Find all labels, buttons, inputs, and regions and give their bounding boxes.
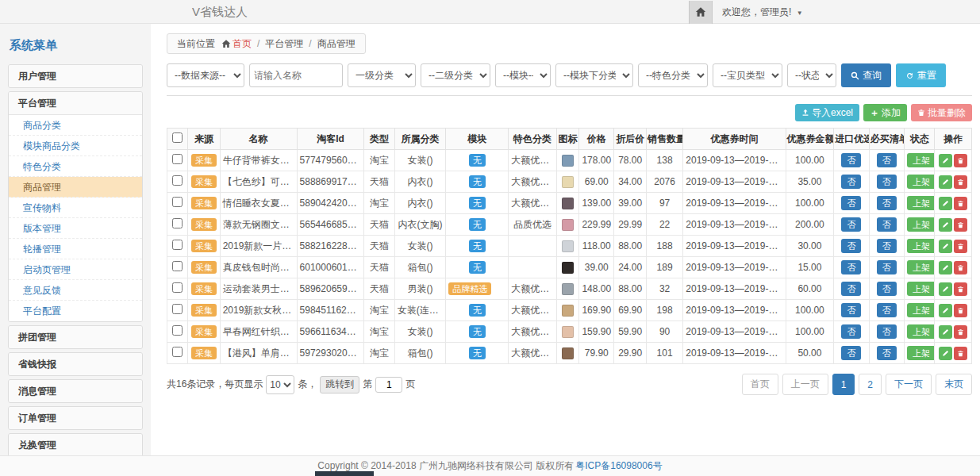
status-toggle[interactable]: 上架	[907, 282, 935, 296]
edit-button[interactable]	[939, 304, 952, 317]
next-page-button[interactable]: 下一页	[886, 374, 932, 395]
add-button[interactable]: ＋ 添加	[863, 104, 907, 121]
import-select-toggle[interactable]: 否	[841, 239, 861, 253]
sidebar-subitem[interactable]: 意见反馈	[9, 280, 142, 301]
select-all-checkbox[interactable]	[172, 132, 183, 143]
sidebar-subitem[interactable]: 启动页管理	[9, 259, 142, 280]
must-buy-toggle[interactable]: 否	[877, 324, 897, 339]
sidebar-item[interactable]: 拼团管理	[9, 326, 142, 348]
import-excel-button[interactable]: 导入excel	[795, 104, 859, 121]
must-buy-toggle[interactable]: 否	[877, 239, 897, 253]
filter-select[interactable]: --状态--	[787, 63, 836, 87]
delete-button[interactable]	[954, 154, 967, 167]
status-toggle[interactable]: 上架	[907, 175, 935, 189]
filter-select[interactable]: --数据来源--	[167, 63, 244, 87]
edit-button[interactable]	[939, 197, 952, 210]
sidebar-item[interactable]: 订单管理	[9, 407, 142, 429]
batch-delete-button[interactable]: 批量删除	[911, 104, 972, 121]
edit-button[interactable]	[939, 347, 952, 360]
status-toggle[interactable]: 上架	[907, 303, 935, 317]
status-toggle[interactable]: 上架	[907, 217, 935, 232]
delete-button[interactable]	[954, 282, 967, 296]
must-buy-toggle[interactable]: 否	[877, 346, 897, 360]
sidebar-subitem[interactable]: 宣传物料	[9, 198, 142, 218]
row-checkbox[interactable]	[172, 325, 183, 336]
prev-page-button[interactable]: 上一页	[782, 374, 828, 395]
sidebar-item[interactable]: 消息管理	[9, 380, 142, 402]
edit-button[interactable]	[939, 282, 952, 296]
status-toggle[interactable]: 上架	[907, 196, 935, 210]
must-buy-toggle[interactable]: 否	[877, 260, 897, 274]
must-buy-toggle[interactable]: 否	[877, 175, 897, 189]
must-buy-toggle[interactable]: 否	[877, 303, 897, 317]
import-select-toggle[interactable]: 否	[841, 196, 861, 210]
import-select-toggle[interactable]: 否	[841, 153, 861, 167]
breadcrumb-home-link[interactable]: 首页	[233, 38, 252, 49]
edit-button[interactable]	[939, 218, 952, 232]
delete-button[interactable]	[954, 261, 967, 274]
must-buy-toggle[interactable]: 否	[877, 196, 897, 210]
delete-button[interactable]	[954, 347, 967, 360]
row-checkbox[interactable]	[172, 282, 183, 293]
edit-button[interactable]	[939, 240, 952, 253]
home-button[interactable]	[689, 1, 713, 24]
import-select-toggle[interactable]: 否	[841, 346, 861, 360]
user-menu[interactable]: 欢迎您，管理员! ▼	[722, 6, 803, 19]
row-checkbox[interactable]	[172, 304, 183, 314]
sidebar-subitem[interactable]: 商品管理	[9, 177, 142, 198]
sidebar-subitem[interactable]: 特色分类	[9, 156, 142, 177]
sidebar-item[interactable]: 平台管理	[9, 92, 142, 114]
reset-button[interactable]: 重置	[896, 63, 946, 87]
import-select-toggle[interactable]: 否	[841, 303, 861, 317]
import-select-toggle[interactable]: 否	[841, 260, 861, 274]
status-toggle[interactable]: 上架	[907, 260, 935, 274]
breadcrumb-platform-link[interactable]: 平台管理	[265, 38, 303, 49]
filter-select[interactable]: --模块--	[495, 63, 551, 87]
delete-button[interactable]	[954, 197, 967, 210]
status-toggle[interactable]: 上架	[907, 239, 935, 253]
delete-button[interactable]	[954, 240, 967, 253]
delete-button[interactable]	[954, 325, 967, 339]
row-checkbox[interactable]	[172, 175, 183, 186]
page-number-button[interactable]: 2	[859, 374, 882, 395]
edit-button[interactable]	[939, 175, 952, 189]
sidebar-subitem[interactable]: 轮播管理	[9, 239, 142, 259]
row-checkbox[interactable]	[172, 347, 183, 357]
edit-button[interactable]	[939, 325, 952, 339]
delete-button[interactable]	[954, 218, 967, 232]
row-checkbox[interactable]	[172, 261, 183, 271]
delete-button[interactable]	[954, 175, 967, 189]
filter-select[interactable]: --二级分类--	[421, 63, 490, 87]
icp-link[interactable]: 粤ICP备16098006号	[575, 460, 662, 471]
must-buy-toggle[interactable]: 否	[877, 217, 897, 232]
page-number-button[interactable]: 1	[832, 374, 855, 395]
import-select-toggle[interactable]: 否	[841, 282, 861, 296]
first-page-button[interactable]: 首页	[742, 374, 778, 395]
filter-select[interactable]: --特色分类--	[638, 63, 708, 87]
filter-select[interactable]: 一级分类	[348, 63, 416, 87]
status-toggle[interactable]: 上架	[907, 346, 935, 360]
jump-page-input[interactable]	[375, 377, 402, 393]
last-page-button[interactable]: 末页	[936, 374, 972, 395]
delete-button[interactable]	[954, 304, 967, 317]
status-toggle[interactable]: 上架	[907, 324, 935, 339]
status-toggle[interactable]: 上架	[907, 153, 935, 167]
jump-button[interactable]: 跳转到	[320, 376, 359, 393]
sidebar-item[interactable]: 省钱快报	[9, 353, 142, 375]
sidebar-subitem[interactable]: 平台配置	[9, 301, 142, 321]
row-checkbox[interactable]	[172, 218, 183, 228]
edit-button[interactable]	[939, 154, 952, 167]
sidebar-item[interactable]: 用户管理	[9, 65, 142, 87]
filter-select[interactable]: --模块下分类--	[555, 63, 633, 87]
row-checkbox[interactable]	[172, 154, 183, 164]
must-buy-toggle[interactable]: 否	[877, 153, 897, 167]
row-checkbox[interactable]	[172, 197, 183, 207]
sidebar-subitem[interactable]: 模块商品分类	[9, 136, 142, 156]
edit-button[interactable]	[939, 261, 952, 274]
sidebar-subitem[interactable]: 版本管理	[9, 218, 142, 239]
import-select-toggle[interactable]: 否	[841, 324, 861, 339]
must-buy-toggle[interactable]: 否	[877, 282, 897, 296]
row-checkbox[interactable]	[172, 240, 183, 250]
per-page-select[interactable]: 10	[266, 375, 294, 394]
import-select-toggle[interactable]: 否	[841, 175, 861, 189]
